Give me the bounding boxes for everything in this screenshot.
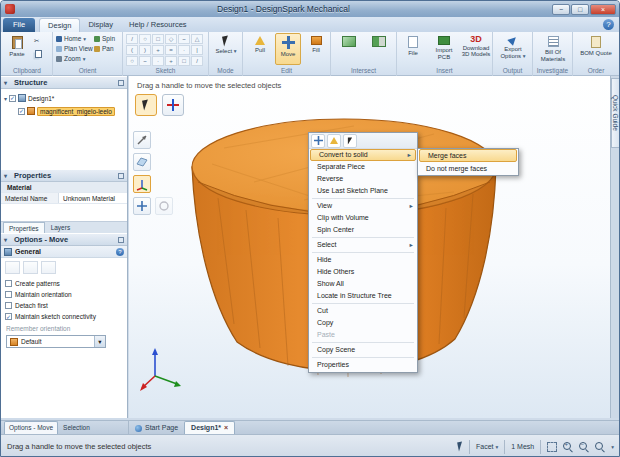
- checkbox[interactable]: ✓: [5, 291, 12, 298]
- plan-view-button[interactable]: Plan View: [56, 45, 93, 52]
- doc-tab-start-page[interactable]: Start Page: [129, 422, 184, 434]
- tree-item-root[interactable]: ▾ ✓ Design1*: [1, 92, 127, 104]
- visibility-checkbox[interactable]: ✓: [9, 95, 16, 102]
- spin-button[interactable]: Spin: [94, 35, 115, 42]
- sketch-tool-icon[interactable]: ○: [139, 34, 151, 44]
- close-tab-icon[interactable]: ×: [224, 423, 228, 433]
- context-menu-item-spin-center[interactable]: Spin Center: [309, 224, 417, 236]
- context-menu-item-hide-others[interactable]: Hide Others: [309, 266, 417, 278]
- sketch-tool-icon[interactable]: ○: [126, 56, 138, 66]
- tab-help-resources[interactable]: Help / Resources: [121, 18, 195, 32]
- dropdown-arrow-icon[interactable]: ▾: [94, 336, 105, 347]
- context-menu-item-separate-piece[interactable]: Separate Piece: [309, 161, 417, 173]
- context-menu-item-view[interactable]: View ►: [309, 200, 417, 212]
- move-button[interactable]: Move: [275, 33, 301, 65]
- structure-panel-header[interactable]: ▾ Structure: [1, 76, 127, 89]
- sketch-tool-icon[interactable]: +: [165, 56, 177, 66]
- sketch-tool-icon[interactable]: (: [126, 45, 138, 55]
- panel-tab-selection[interactable]: Selection: [59, 422, 94, 434]
- sketch-tool-icon[interactable]: +: [152, 45, 164, 55]
- context-menu-item-copy[interactable]: Copy: [309, 317, 417, 329]
- tab-layers[interactable]: Layers: [46, 222, 76, 233]
- tab-display[interactable]: Display: [80, 18, 121, 32]
- tab-properties[interactable]: Properties: [3, 222, 45, 233]
- checkbox[interactable]: ✓: [5, 280, 12, 287]
- home-button[interactable]: Home▾: [56, 35, 86, 42]
- context-menu-item-hide[interactable]: Hide: [309, 254, 417, 266]
- move-option-icon[interactable]: [23, 261, 38, 274]
- split-body-button[interactable]: [367, 33, 391, 65]
- sketch-tool-icon[interactable]: □: [152, 34, 164, 44]
- properties-panel-header[interactable]: ▾ Properties: [1, 169, 127, 182]
- pin-icon[interactable]: [118, 173, 124, 179]
- combine-button[interactable]: [337, 33, 361, 65]
- pan-button[interactable]: Pan: [94, 45, 114, 52]
- sketch-tool-icon[interactable]: ·: [178, 45, 190, 55]
- maximize-button[interactable]: □: [571, 4, 589, 15]
- cut-button[interactable]: ✂: [34, 37, 39, 45]
- tree-item-child[interactable]: ✓ magnificent_migelo-leelo: [1, 105, 127, 117]
- context-menu-item-cut[interactable]: Cut: [309, 305, 417, 317]
- context-menu-item-copy-scene[interactable]: Copy Scene: [309, 344, 417, 356]
- tab-design[interactable]: Design: [39, 18, 80, 32]
- sketch-tool-icon[interactable]: ): [139, 45, 151, 55]
- bill-of-materials-button[interactable]: Bill Of Materials: [535, 33, 571, 65]
- sketch-tool-icon[interactable]: △: [191, 34, 203, 44]
- pull-tool-icon[interactable]: [327, 134, 341, 148]
- context-menu-item-locate-in-structure-tree[interactable]: Locate in Structure Tree: [309, 290, 417, 302]
- move-grid-button[interactable]: [133, 197, 151, 215]
- context-menu-item-use-last-sketch-plane[interactable]: Use Last Sketch Plane: [309, 185, 417, 197]
- move-option-icon[interactable]: [41, 261, 56, 274]
- sketch-tool-icon[interactable]: ~: [178, 34, 190, 44]
- zoom-button[interactable]: Zoom▾: [56, 55, 85, 62]
- zoom-out-icon[interactable]: −: [579, 442, 589, 452]
- options-panel-header[interactable]: ▾ Options - Move: [1, 233, 127, 246]
- move-option-icon[interactable]: [5, 261, 20, 274]
- context-menu-item-clip-with-volume[interactable]: Clip with Volume: [309, 212, 417, 224]
- paste-button[interactable]: Paste: [5, 33, 29, 65]
- bom-quote-button[interactable]: BOM Quote: [575, 33, 617, 65]
- sketch-tool-icon[interactable]: |: [191, 45, 203, 55]
- zoom-in-icon[interactable]: +: [563, 442, 573, 452]
- zoom-extents-icon[interactable]: [547, 442, 557, 452]
- checkbox[interactable]: ✓: [5, 313, 12, 320]
- orientation-dropdown[interactable]: Default ▾: [6, 335, 106, 348]
- zoom-window-icon[interactable]: [595, 442, 605, 452]
- sketch-tool-icon[interactable]: =: [165, 45, 177, 55]
- sketch-tool-icon[interactable]: ·: [152, 56, 164, 66]
- visibility-checkbox[interactable]: ✓: [18, 108, 25, 115]
- section-help-icon[interactable]: ?: [116, 248, 124, 256]
- context-menu-item-properties[interactable]: Properties: [309, 359, 417, 371]
- file-menu-button[interactable]: File: [3, 18, 35, 32]
- copy-button[interactable]: [35, 50, 42, 58]
- selection-cursor-icon[interactable]: [457, 442, 464, 452]
- help-icon[interactable]: ?: [603, 19, 614, 30]
- doc-tab-design1[interactable]: Design1* ×: [184, 421, 235, 434]
- facet-dropdown[interactable]: Facet ▾: [476, 443, 498, 450]
- fill-button[interactable]: Fill: [303, 33, 329, 65]
- close-button[interactable]: ×: [590, 4, 616, 15]
- property-row[interactable]: Material Name Unknown Material: [1, 193, 127, 204]
- context-menu-item-select[interactable]: Select ►: [309, 239, 417, 251]
- context-menu-item-reverse[interactable]: Reverse: [309, 173, 417, 185]
- sketch-tool-icon[interactable]: ◇: [165, 34, 177, 44]
- insert-file-button[interactable]: File: [399, 33, 427, 65]
- options-general-section[interactable]: General ?: [1, 246, 127, 258]
- select-tool-icon[interactable]: [343, 134, 357, 148]
- sketch-mode-button[interactable]: [133, 131, 151, 149]
- submenu-item-merge-faces[interactable]: Merge faces: [419, 149, 517, 162]
- pin-icon[interactable]: [118, 237, 124, 243]
- move-handle-button[interactable]: [162, 94, 184, 116]
- download-3d-models-button[interactable]: 3D Download 3D Models: [460, 33, 492, 65]
- panel-tab-options-move[interactable]: Options - Move: [4, 421, 58, 434]
- zoom-options-caret[interactable]: ▾: [611, 444, 614, 450]
- sketch-tool-icon[interactable]: ~: [139, 56, 151, 66]
- triad-tool-button[interactable]: [133, 175, 151, 193]
- pin-icon[interactable]: [118, 80, 124, 86]
- import-pcb-button[interactable]: Import PCB: [429, 33, 459, 65]
- submenu-item-do-not-merge-faces[interactable]: Do not merge faces: [418, 162, 518, 175]
- pull-button[interactable]: Pull: [247, 33, 273, 65]
- sketch-tool-icon[interactable]: /: [191, 56, 203, 66]
- context-menu-item-convert-to-solid[interactable]: Convert to solid ►: [310, 149, 416, 161]
- sketch-tool-icon[interactable]: /: [126, 34, 138, 44]
